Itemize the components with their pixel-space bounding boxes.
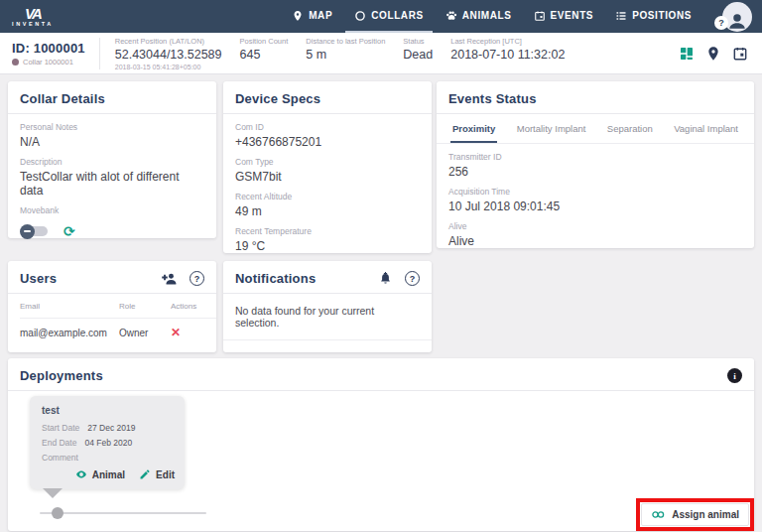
users-table: Email Role Actions mail@example.com Owne… <box>8 294 216 347</box>
tab-proximity[interactable]: Proximity <box>450 114 497 143</box>
collar-name-row: Collar 1000001 <box>12 58 85 66</box>
field-recent-altitude: Recent Altitude 49 m <box>223 184 432 218</box>
users-card: Users ? Email Role Actions mail@example.… <box>8 261 216 352</box>
users-help-icon[interactable]: ? <box>190 271 204 286</box>
help-button[interactable]: ? <box>714 16 728 30</box>
nav-item-collars[interactable]: COLLARS <box>345 0 433 33</box>
deployments-card: Deployments i test Start Date 27 Dec 201… <box>8 358 754 531</box>
logo-text: INVENTA <box>12 22 54 28</box>
schedule-calendar-icon[interactable] <box>732 46 748 62</box>
collar-summary-bar: ID: 1000001 Collar 1000001 Recent Positi… <box>0 33 762 74</box>
field-com-type: Com Type GSM7bit <box>223 149 432 184</box>
calendar-icon <box>534 10 546 22</box>
notifications-title: Notifications <box>235 271 316 286</box>
field-com-id: Com ID +436766875201 <box>223 114 432 149</box>
positions-pin-icon[interactable] <box>705 46 721 62</box>
col-role: Role <box>119 294 171 319</box>
main-nav: MAP COLLARS ANIMALS EVENTS POSITIONS <box>283 0 700 33</box>
tab-separation[interactable]: Separation <box>605 114 655 143</box>
deployment-tooltip-card[interactable]: test Start Date 27 Dec 2019 End Date 04 … <box>30 396 185 489</box>
tab-mortality-implant[interactable]: Mortality Implant <box>515 114 588 143</box>
field-transmitter-id: Transmitter ID 256 <box>437 144 754 179</box>
delete-user-icon[interactable]: ✕ <box>171 319 216 347</box>
bell-plus-icon[interactable] <box>379 272 392 286</box>
list-icon <box>615 10 627 22</box>
help-question-icon: ? <box>718 18 724 28</box>
nav-label: MAP <box>309 10 332 21</box>
field-description: Description TestCollar with alot of diff… <box>8 149 216 198</box>
device-specs-title: Device Specs <box>235 91 320 106</box>
notifications-help-icon[interactable]: ? <box>405 271 420 286</box>
tab-vaginal-implant[interactable]: Vaginal Implant <box>672 114 740 143</box>
eye-icon <box>75 468 87 480</box>
dashboard-icon[interactable] <box>679 46 695 62</box>
toggle-knob <box>20 224 35 239</box>
collar-id-block: ID: 1000001 Collar 1000001 <box>0 38 100 69</box>
users-title: Users <box>20 271 57 286</box>
deployments-title: Deployments <box>20 368 103 383</box>
deployment-timeline-slider[interactable] <box>40 507 206 519</box>
collar-details-card: Collar Details Personal Notes N/A Descri… <box>8 81 216 238</box>
col-email: Email <box>20 294 119 319</box>
animal-button[interactable]: Animal <box>75 468 125 480</box>
stat-recent-position: Recent Position (LAT/LON) 52.43044/13.52… <box>106 37 231 70</box>
app-root: VA INVENTA MAP COLLARS ANIMALS EVENTS <box>0 0 762 531</box>
notifications-empty-message: No data found for your current selection… <box>223 294 432 340</box>
sync-icon[interactable]: ⟳ <box>64 224 75 238</box>
stat-distance: Distance to last Position 5 m <box>297 37 394 70</box>
pencil-icon <box>139 468 151 480</box>
collar-id: ID: 1000001 <box>12 41 85 56</box>
nav-item-events[interactable]: EVENTS <box>525 0 603 33</box>
row-top-cards: Collar Details Personal Notes N/A Descri… <box>8 81 754 253</box>
top-navbar: VA INVENTA MAP COLLARS ANIMALS EVENTS <box>0 0 762 33</box>
slider-handle[interactable] <box>52 507 64 519</box>
stat-status: Status Dead <box>394 37 442 70</box>
logo-mark: VA <box>25 6 41 21</box>
nav-label: POSITIONS <box>632 10 692 21</box>
events-status-title: Events Status <box>448 91 537 106</box>
add-user-icon[interactable] <box>161 272 177 286</box>
stat-position-count: Position Count 645 <box>231 37 298 70</box>
field-movebank: Movebank <box>8 198 216 215</box>
events-status-card: Events Status Proximity Mortality Implan… <box>437 81 754 248</box>
collar-details-title: Collar Details <box>20 91 105 106</box>
info-icon[interactable]: i <box>727 368 742 383</box>
slider-track[interactable] <box>40 512 206 514</box>
collar-ring-icon <box>354 10 366 22</box>
deployment-comment: Comment <box>42 453 175 463</box>
events-tabs: Proximity Mortality Implant Separation V… <box>437 114 754 144</box>
collar-stats: Recent Position (LAT/LON) 52.43044/13.52… <box>100 37 679 70</box>
inventa-logo[interactable]: VA INVENTA <box>12 6 54 28</box>
content-area: Collar Details Personal Notes N/A Descri… <box>0 74 762 531</box>
row-middle-cards: Users ? Email Role Actions mail@example.… <box>8 261 754 352</box>
field-recent-temperature: Recent Temperature 19 °C <box>223 218 432 253</box>
col-actions: Actions <box>171 294 216 319</box>
field-alive: Alive Alive <box>437 213 754 248</box>
nav-item-map[interactable]: MAP <box>283 0 341 33</box>
highlight-annotation: Assign animal <box>636 498 754 531</box>
collar-color-dot <box>12 59 19 66</box>
movebank-toggle[interactable] <box>22 226 48 236</box>
nav-label: ANIMALS <box>462 10 512 21</box>
paw-icon <box>445 10 457 22</box>
stat-last-reception: Last Reception [UTC] 2018-07-10 11:32:02 <box>442 37 573 70</box>
user-role: Owner <box>119 319 171 347</box>
nav-item-positions[interactable]: POSITIONS <box>606 0 700 33</box>
deployment-end-date: End Date 04 Feb 2020 <box>42 438 175 448</box>
link-icon <box>651 510 666 519</box>
deployment-name: test <box>42 405 175 416</box>
assign-animal-button[interactable]: Assign animal <box>641 503 749 526</box>
collar-name: Collar 1000001 <box>23 58 73 66</box>
field-personal-notes: Personal Notes N/A <box>8 114 216 149</box>
nav-item-animals[interactable]: ANIMALS <box>437 0 521 33</box>
device-specs-card: Device Specs Com ID +436766875201 Com Ty… <box>223 81 432 253</box>
nav-label: EVENTS <box>551 10 594 21</box>
user-email: mail@example.com <box>20 319 119 347</box>
person-icon <box>726 10 748 32</box>
notifications-card: Notifications ? No data found for your c… <box>223 261 432 352</box>
field-acquisition-time: Acquisition Time 10 Jul 2018 09:01:45 <box>437 179 754 213</box>
nav-label: COLLARS <box>371 10 424 21</box>
map-pin-icon <box>292 10 304 22</box>
deployment-start-date: Start Date 27 Dec 2019 <box>42 423 175 433</box>
edit-button[interactable]: Edit <box>139 468 175 480</box>
